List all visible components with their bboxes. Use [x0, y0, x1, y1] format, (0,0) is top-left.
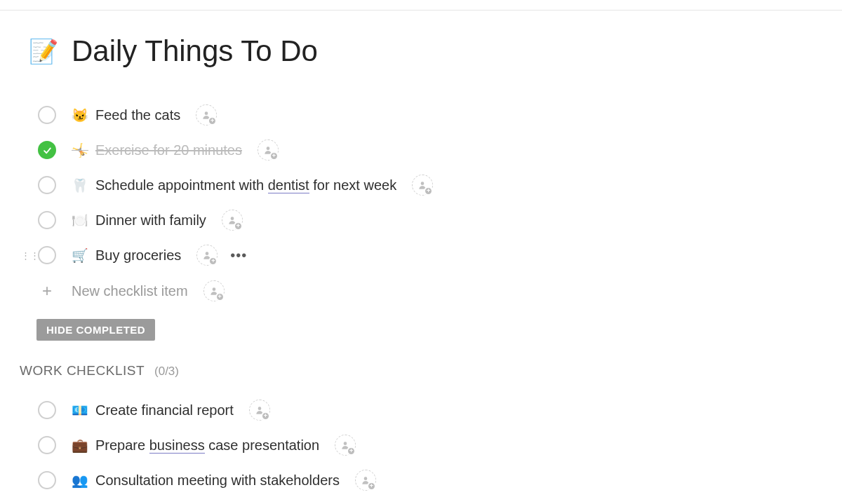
new-checklist-item-row[interactable]: + New checklist item +: [28, 273, 842, 306]
item-emoji: 🦷: [72, 177, 88, 193]
assign-plus-badge: +: [208, 257, 218, 266]
item-label[interactable]: Dinner with family: [95, 212, 206, 229]
section-header: WORK CHECKLIST(0/3): [20, 363, 842, 379]
checklist-row: ⋮⋮😼Feed the cats+: [38, 97, 842, 132]
page-title[interactable]: Daily Things To Do: [72, 34, 318, 68]
assign-plus-badge: +: [367, 482, 376, 491]
svg-point-2: [421, 182, 425, 185]
svg-point-0: [205, 111, 208, 115]
assign-plus-badge: +: [347, 447, 356, 456]
checklist-checkbox[interactable]: [38, 246, 56, 264]
svg-point-4: [206, 252, 209, 255]
drag-handle-icon[interactable]: ⋮⋮: [21, 250, 39, 261]
hide-completed-button[interactable]: HIDE COMPLETED: [36, 319, 155, 341]
assign-user-icon[interactable]: +: [203, 280, 225, 301]
checklist-row: ⋮⋮🤸Exercise for 20 minutes+: [38, 132, 842, 168]
svg-point-1: [267, 147, 270, 150]
item-emoji: 💼: [72, 437, 88, 454]
svg-point-6: [258, 407, 261, 410]
main-checklist: ⋮⋮😼Feed the cats+⋮⋮🤸Exercise for 20 minu…: [28, 97, 842, 273]
assign-user-icon[interactable]: +: [412, 175, 433, 196]
checklist-checkbox[interactable]: [38, 211, 56, 229]
more-options-icon[interactable]: •••: [230, 247, 247, 264]
item-label[interactable]: Schedule appointment with dentist for ne…: [95, 177, 396, 193]
item-emoji: 💶: [72, 402, 88, 418]
assign-user-icon[interactable]: +: [196, 104, 217, 125]
assign-user-icon[interactable]: +: [196, 245, 218, 266]
item-emoji: 🤸: [72, 142, 88, 158]
section-title[interactable]: WORK CHECKLIST: [20, 363, 145, 379]
item-emoji: 🍽️: [72, 212, 88, 229]
assign-user-icon[interactable]: +: [335, 435, 356, 456]
item-label[interactable]: Create financial report: [95, 402, 234, 418]
assign-plus-badge: +: [424, 186, 433, 196]
checklist-row: ⋮⋮🛒Buy groceries+•••: [38, 238, 842, 273]
item-emoji: 😼: [72, 107, 88, 123]
svg-point-7: [344, 442, 347, 445]
assign-plus-badge: +: [208, 116, 217, 125]
assign-user-icon[interactable]: +: [258, 139, 279, 161]
checklist-checkbox[interactable]: [38, 141, 56, 159]
checklist-row: ⋮⋮💶Create financial report+: [38, 393, 842, 428]
checklist-checkbox[interactable]: [38, 176, 56, 194]
item-label[interactable]: Buy groceries: [95, 247, 181, 264]
section-count: (0/3): [154, 365, 179, 379]
page-content: 📝 Daily Things To Do ⋮⋮😼Feed the cats+⋮⋮…: [0, 11, 842, 498]
assign-user-icon[interactable]: +: [355, 470, 376, 491]
assign-plus-badge: +: [215, 292, 225, 301]
item-label[interactable]: Consultation meeting with stakeholders: [95, 472, 340, 489]
checklist-checkbox[interactable]: [38, 436, 56, 454]
inline-link[interactable]: business: [149, 437, 205, 454]
checklist-row: ⋮⋮🦷Schedule appointment with dentist for…: [38, 168, 842, 203]
assign-user-icon[interactable]: +: [249, 400, 270, 421]
checklist-checkbox[interactable]: [38, 471, 56, 489]
inline-link[interactable]: dentist: [268, 177, 309, 193]
checklist-row: ⋮⋮🍽️Dinner with family+: [38, 203, 842, 238]
checklist-checkbox[interactable]: [38, 106, 56, 124]
section-checklist: ⋮⋮💶Create financial report+⋮⋮💼Prepare bu…: [28, 393, 842, 498]
svg-point-3: [230, 217, 234, 220]
checklist-checkbox[interactable]: [38, 401, 56, 419]
page-icon[interactable]: 📝: [28, 36, 59, 67]
assign-plus-badge: +: [269, 151, 279, 161]
item-label[interactable]: Feed the cats: [95, 107, 180, 123]
sections-container: WORK CHECKLIST(0/3)⋮⋮💶Create financial r…: [28, 363, 842, 498]
page-header: 📝 Daily Things To Do: [28, 34, 842, 68]
item-label[interactable]: Exercise for 20 minutes: [95, 142, 242, 158]
checklist-row: ⋮⋮💼Prepare business case presentation+: [38, 428, 842, 463]
svg-point-5: [212, 287, 215, 291]
item-emoji: 👥: [72, 472, 88, 489]
item-emoji: 🛒: [72, 247, 88, 264]
assign-user-icon[interactable]: +: [222, 210, 243, 231]
checklist-row: ⋮⋮👥Consultation meeting with stakeholder…: [38, 463, 842, 498]
svg-point-8: [364, 477, 368, 480]
item-label[interactable]: Prepare business case presentation: [95, 437, 319, 454]
plus-icon[interactable]: +: [38, 282, 56, 300]
new-item-placeholder[interactable]: New checklist item: [72, 283, 188, 299]
assign-plus-badge: +: [261, 411, 270, 421]
assign-plus-badge: +: [234, 222, 243, 231]
